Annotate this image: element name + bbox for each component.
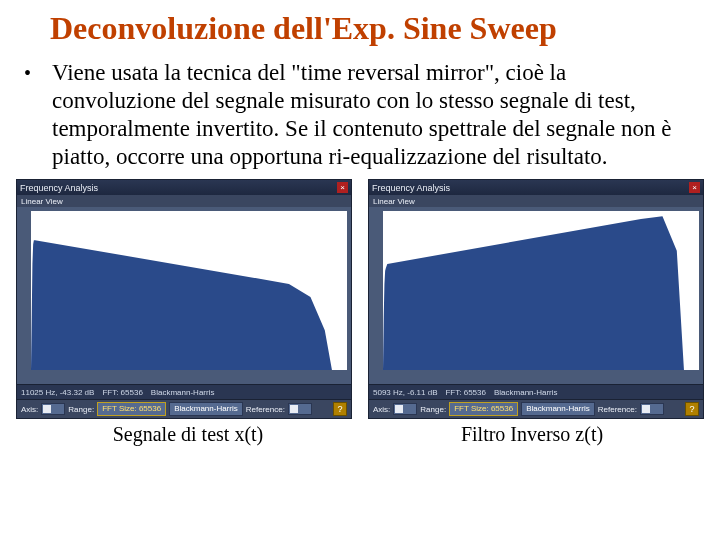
chart-panels: Frequency Analysis × Linear View 11025 H… xyxy=(0,171,720,419)
y-axis xyxy=(373,211,383,370)
window-select[interactable]: Blackmann-Harris xyxy=(169,402,243,416)
reference-toggle[interactable] xyxy=(288,403,312,415)
page-title: Deconvoluzione dell'Exp. Sine Sweep xyxy=(0,0,720,51)
svg-marker-1 xyxy=(383,216,699,370)
captions-row: Segnale di test x(t) Filtro Inverso z(t) xyxy=(0,419,720,446)
panel-subtitle: Linear View xyxy=(369,195,703,207)
spectrum-plot-left[interactable] xyxy=(31,211,347,370)
panel-status-bar: 5093 Hz, -6.11 dB FFT: 65536 Blackmann-H… xyxy=(369,384,703,399)
status-cursor: 5093 Hz, -6.11 dB xyxy=(373,388,437,397)
reference-label: Reference: xyxy=(246,405,285,414)
panel-toolbar: Axis: Range: FFT Size: 65536 Blackmann-H… xyxy=(369,399,703,418)
window-select[interactable]: Blackmann-Harris xyxy=(521,402,595,416)
fft-button[interactable]: FFT Size: 65536 xyxy=(97,402,166,416)
fft-button[interactable]: FFT Size: 65536 xyxy=(449,402,518,416)
panel-titlebar: Frequency Analysis × xyxy=(369,180,703,195)
panel-toolbar: Axis: Range: FFT Size: 65536 Blackmann-H… xyxy=(17,399,351,418)
y-axis xyxy=(21,211,31,370)
bullet-item: • Viene usata la tecnica del "time rever… xyxy=(0,51,720,171)
panel-titlebar: Frequency Analysis × xyxy=(17,180,351,195)
status-fft: FFT: 65536 xyxy=(445,388,485,397)
panel-title: Frequency Analysis xyxy=(372,183,450,193)
x-axis xyxy=(383,374,699,384)
slide: Deconvoluzione dell'Exp. Sine Sweep • Vi… xyxy=(0,0,720,540)
status-fft: FFT: 65536 xyxy=(102,388,142,397)
close-icon[interactable]: × xyxy=(689,182,700,193)
spectrum-plot-right[interactable] xyxy=(383,211,699,370)
freq-analysis-panel-left: Frequency Analysis × Linear View 11025 H… xyxy=(16,179,352,419)
spectrum-svg xyxy=(31,211,347,370)
bullet-text: Viene usata la tecnica del "time reversa… xyxy=(52,59,680,171)
axis-label: Axis: xyxy=(21,405,38,414)
status-window: Blackmann-Harris xyxy=(494,388,558,397)
help-icon[interactable]: ? xyxy=(685,402,699,416)
range-label: Range: xyxy=(68,405,94,414)
help-icon[interactable]: ? xyxy=(333,402,347,416)
axis-label: Axis: xyxy=(373,405,390,414)
axis-toggle[interactable] xyxy=(41,403,65,415)
panel-subtitle: Linear View xyxy=(17,195,351,207)
reference-label: Reference: xyxy=(598,405,637,414)
panel-status-bar: 11025 Hz, -43.32 dB FFT: 65536 Blackmann… xyxy=(17,384,351,399)
x-axis xyxy=(31,374,347,384)
caption-right: Filtro Inverso z(t) xyxy=(360,423,704,446)
svg-marker-0 xyxy=(31,240,347,370)
panel-title: Frequency Analysis xyxy=(20,183,98,193)
plot-area xyxy=(369,207,703,374)
status-window: Blackmann-Harris xyxy=(151,388,215,397)
reference-toggle[interactable] xyxy=(640,403,664,415)
plot-area xyxy=(17,207,351,374)
caption-left: Segnale di test x(t) xyxy=(16,423,360,446)
status-cursor: 11025 Hz, -43.32 dB xyxy=(21,388,94,397)
range-label: Range: xyxy=(420,405,446,414)
freq-analysis-panel-right: Frequency Analysis × Linear View 5093 Hz… xyxy=(368,179,704,419)
close-icon[interactable]: × xyxy=(337,182,348,193)
spectrum-svg xyxy=(383,211,699,370)
axis-toggle[interactable] xyxy=(393,403,417,415)
bullet-marker: • xyxy=(24,59,52,171)
